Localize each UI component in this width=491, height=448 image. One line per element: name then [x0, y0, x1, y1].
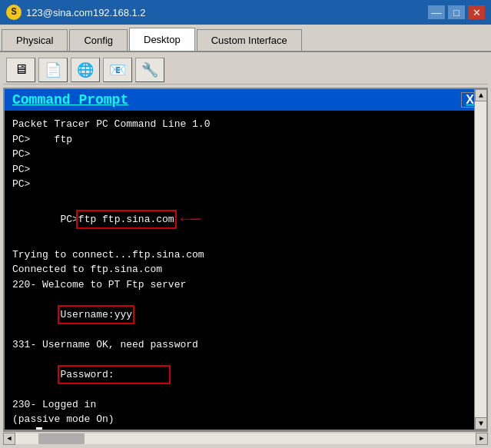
main-frame: Command Prompt X Packet Tracer PC Comman… [3, 88, 488, 431]
content-area: 🖥 📄 🌐 📧 🔧 Command Prompt X Packet Tracer… [0, 52, 491, 448]
scroll-track-right[interactable] [475, 101, 486, 417]
scroll-left-btn[interactable]: ◀ [3, 433, 15, 445]
terminal-line-7: Connected to ftp.sina.com [12, 262, 479, 277]
terminal-line-5: PC>ftp ftp.sina.com←― [12, 192, 479, 247]
app-icon: S [6, 5, 22, 20]
terminal-line-2: PC> [12, 147, 479, 162]
window-controls: — □ ✕ [428, 5, 485, 19]
terminal-line-3: PC> [12, 162, 479, 178]
scroll-track-horizontal[interactable] [15, 433, 476, 444]
terminal-line-11: Password: [12, 352, 479, 397]
username-highlight: Username:yyy [60, 307, 132, 323]
scroll-down-btn[interactable]: ▼ [475, 417, 487, 430]
scroll-right-btn[interactable]: ▶ [476, 433, 488, 445]
terminal-line-13: (passive mode On) [12, 412, 479, 427]
ftp-command-highlight: ftp ftp.sina.com [78, 212, 174, 227]
title-bar-left: S 123@sina.com192.168.1.2 [6, 5, 146, 20]
terminal-line-9: Username:yyy [12, 292, 479, 337]
tab-desktop[interactable]: Desktop [129, 28, 195, 51]
window-title: 123@sina.com192.168.1.2 [26, 7, 146, 18]
terminal-line-1: PC> ftp [12, 132, 479, 148]
terminal-line-14: ftp> [12, 427, 479, 430]
tab-custom-interface[interactable]: Custom Interface [197, 29, 302, 51]
scroll-up-btn[interactable]: ▲ [475, 89, 487, 101]
scrollbar-right[interactable]: ▲ ▼ [474, 89, 486, 430]
password-highlight: Password: [60, 367, 168, 383]
terminal-area[interactable]: Packet Tracer PC Command Line 1.0 PC> ft… [5, 111, 486, 430]
icon-btn-2[interactable]: 📄 [38, 58, 68, 82]
scroll-thumb-horizontal[interactable] [38, 433, 85, 444]
close-window-button[interactable]: ✕ [468, 5, 485, 19]
icon-btn-3[interactable]: 🌐 [71, 58, 100, 82]
bottom-scrollbar: ◀ ▶ [3, 431, 488, 445]
minimize-button[interactable]: — [428, 5, 445, 19]
arrow-indicator: ←― [181, 207, 201, 232]
icon-btn-1[interactable]: 🖥 [6, 58, 35, 82]
tab-bar: Physical Config Desktop Custom Interface [0, 25, 491, 52]
terminal-line-0: Packet Tracer PC Command Line 1.0 [12, 117, 479, 132]
icon-btn-5[interactable]: 🔧 [135, 58, 164, 82]
tab-physical[interactable]: Physical [2, 29, 68, 51]
terminal-line-8: 220- Welcome to PT Ftp server [12, 277, 479, 293]
icon-bar: 🖥 📄 🌐 📧 🔧 [3, 55, 488, 85]
cmd-title: Command Prompt [12, 92, 128, 108]
tab-config[interactable]: Config [69, 29, 128, 51]
terminal-line-12: 230- Logged in [12, 397, 479, 413]
terminal-line-10: 331- Username OK, need password [12, 337, 479, 353]
icon-btn-4[interactable]: 📧 [103, 58, 132, 82]
terminal-line-6: Trying to connect...ftp.sina.com [12, 247, 479, 263]
maximize-button[interactable]: □ [448, 5, 465, 19]
terminal-line-4: PC> [12, 177, 479, 192]
cmd-header: Command Prompt X [5, 89, 486, 111]
title-bar: S 123@sina.com192.168.1.2 — □ ✕ [0, 0, 491, 25]
